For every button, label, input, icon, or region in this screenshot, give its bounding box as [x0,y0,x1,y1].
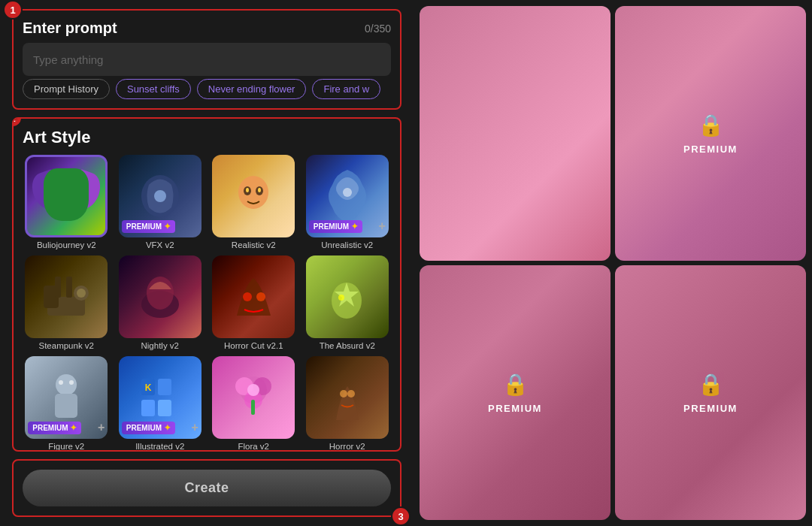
art-thumb-nightly [119,255,201,338]
step-badge-1: 1 [3,0,23,20]
art-item-illustrated[interactable]: K PREMIUM ✦ + Illustrated v2 [117,356,205,451]
art-item-absurd[interactable]: The Absurd v2 [304,255,392,350]
svg-rect-34 [251,400,255,415]
svg-rect-25 [158,379,171,395]
art-thumb-illustrated: K PREMIUM ✦ + [119,356,201,439]
art-thumb-unrealistic: PREMIUM ✦ + [306,155,389,237]
svg-point-7 [343,188,352,197]
preview-card-3: 🔒 PREMIUM [420,265,611,520]
art-item-realistic[interactable]: Realistic v2 [210,155,298,249]
svg-rect-27 [158,400,171,416]
art-item-flora[interactable]: Flora v2 [210,356,298,451]
lock-icon-4: 🔒 [698,372,724,397]
art-item-steampunk[interactable]: Steampunk v2 [23,255,111,350]
chip-flower[interactable]: Never ending flower [197,79,307,99]
art-label-horror-cut: Horror Cut v2.1 [224,341,283,350]
svg-rect-12 [55,277,61,298]
create-button[interactable]: Create [23,470,391,506]
art-grid: Buliojourney v2 PREMIUM ✦ [23,155,391,451]
svg-point-36 [347,390,355,398]
svg-point-16 [243,292,252,301]
art-label-nightly: Nightly v2 [141,341,180,350]
art-thumb-realistic [212,155,295,237]
premium-badge-unrealistic: PREMIUM ✦ [309,220,362,233]
add-icon-unrealistic: + [378,219,385,233]
step-badge-2: 2 [12,117,23,128]
lock-icon-2: 🔒 [698,113,724,138]
art-label-realistic: Realistic v2 [232,240,276,249]
svg-point-20 [56,374,77,395]
art-label-flora: Flora v2 [238,442,269,451]
art-thumb-buliojourney [25,155,108,237]
svg-point-19 [338,295,344,301]
prompt-input[interactable] [23,43,391,76]
art-label-horror2: Horror v2 [329,442,365,451]
art-item-horror-cut[interactable]: Horror Cut v2.1 [210,255,298,350]
add-icon-illustrated: + [191,421,198,434]
preview-card-2: 🔒 PREMIUM [615,6,806,261]
step-badge-3: 3 [391,506,411,526]
svg-text:K: K [145,382,152,393]
svg-point-1 [154,190,166,202]
add-icon-figure: + [98,421,105,434]
premium-label-3: PREMIUM [488,403,542,414]
chip-sunset[interactable]: Sunset cliffs [116,79,191,99]
preview-card-4: 🔒 PREMIUM [615,265,806,520]
premium-label-4: PREMIUM [683,403,738,414]
art-item-vfx[interactable]: PREMIUM ✦ VFX v2 [117,155,205,249]
art-item-unrealistic[interactable]: PREMIUM ✦ + Unrealistic v2 [304,155,392,249]
art-thumb-horror-cut [212,255,295,338]
prompt-header: Enter prompt 0/350 [23,20,391,37]
svg-rect-13 [66,277,72,298]
svg-point-15 [147,277,174,310]
art-thumb-absurd [306,255,389,338]
art-label-vfx: VFX v2 [146,240,174,249]
art-item-horror2[interactable]: Horror v2 [304,356,392,451]
svg-point-17 [256,292,265,301]
svg-point-35 [340,390,347,398]
prompt-history-button[interactable]: Prompt History [23,79,110,99]
art-label-illustrated: Illustrated v2 [135,442,184,451]
svg-point-23 [69,380,74,385]
svg-rect-21 [55,394,77,418]
art-thumb-steampunk [25,255,108,338]
art-style-title: Art Style [23,128,391,147]
premium-badge-vfx: PREMIUM ✦ [122,220,175,233]
art-thumb-flora [212,356,295,439]
preview-card-1 [420,6,611,261]
art-style-section: 2 Art Style Buliojourney v2 [12,117,401,452]
prompt-title: Enter prompt [23,20,117,37]
chip-fire[interactable]: Fire and w [312,79,380,99]
left-panel: 1 Enter prompt 0/350 Prompt History Suns… [0,0,414,526]
right-panel: 🔒 PREMIUM 🔒 PREMIUM 🔒 PREMIUM [414,0,812,526]
art-item-buliojourney[interactable]: Buliojourney v2 [23,155,111,249]
premium-badge-figure: PREMIUM ✦ [28,422,81,434]
svg-point-6 [258,188,261,192]
svg-point-11 [77,289,86,298]
create-section: 3 Create [12,459,401,517]
svg-point-33 [247,384,259,396]
prompt-count: 0/350 [365,23,391,35]
svg-rect-26 [141,400,155,416]
art-thumb-vfx: PREMIUM ✦ [119,155,201,237]
art-label-steampunk: Steampunk v2 [38,341,94,350]
premium-badge-illustrated: PREMIUM ✦ [122,422,175,434]
art-label-unrealistic: Unrealistic v2 [321,240,373,249]
history-row: Prompt History Sunset cliffs Never endin… [23,79,391,99]
art-label-buliojourney: Buliojourney v2 [37,240,96,249]
svg-point-22 [59,380,63,385]
art-item-nightly[interactable]: Nightly v2 [117,255,205,350]
premium-label-2: PREMIUM [683,144,738,155]
svg-point-5 [246,188,249,192]
art-thumb-horror2 [306,356,389,439]
lock-icon-3: 🔒 [502,372,529,397]
art-thumb-figure: PREMIUM ✦ + [25,356,108,439]
prompt-section: 1 Enter prompt 0/350 Prompt History Suns… [12,9,401,110]
art-label-absurd: The Absurd v2 [320,341,375,350]
art-item-figure[interactable]: PREMIUM ✦ + Figure v2 [23,356,111,451]
art-label-figure: Figure v2 [48,442,84,451]
